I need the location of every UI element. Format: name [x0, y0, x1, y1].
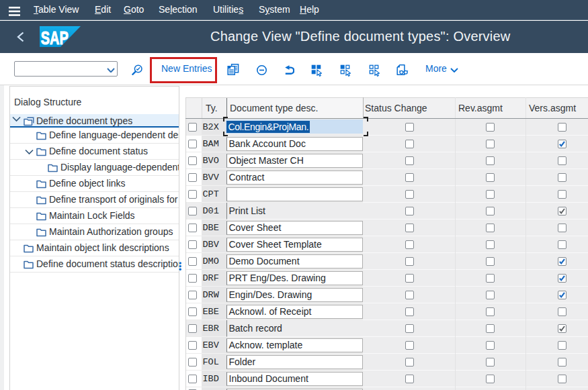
svg-text:SAP: SAP — [41, 28, 69, 48]
